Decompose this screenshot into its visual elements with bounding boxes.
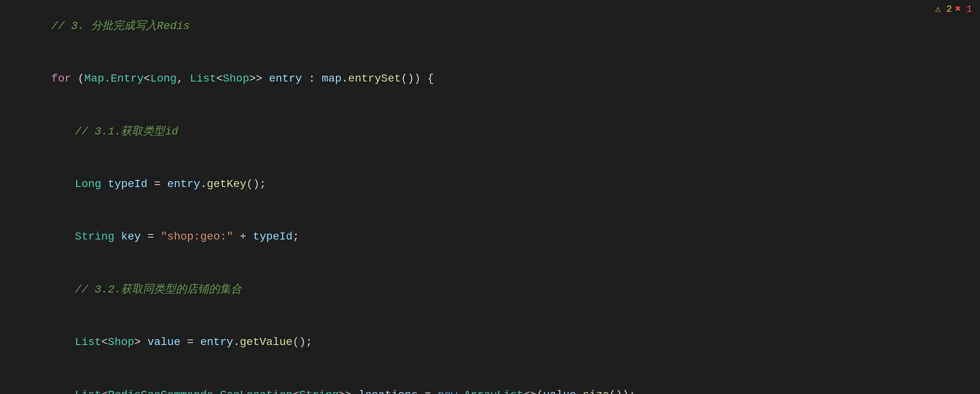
locations-var-1: locations [358, 389, 418, 394]
code-editor: ⚠ 2 ✖ 1 // 3. 分批完成写入Redis for (Map.Entry… [0, 0, 980, 394]
code-line-5: String key = "shop:geo:" + typeId; [0, 211, 980, 263]
code-line-7: List<Shop> value = entry.getValue(); [0, 316, 980, 369]
comment-1: // 3. 分批完成写入Redis [51, 20, 190, 32]
code-line-4: Long typeId = entry.getKey(); [0, 158, 980, 211]
code-line-6: // 3.2.获取同类型的店铺的集合 [0, 263, 980, 316]
code-line-1: // 3. 分批完成写入Redis [0, 0, 980, 53]
code-line-3: // 3.1.获取类型id [0, 105, 980, 158]
code-line-2: for (Map.Entry<Long, List<Shop>> entry :… [0, 53, 980, 105]
code-line-8: List<RedisGeoCommands.GeoLocation<String… [0, 369, 980, 394]
